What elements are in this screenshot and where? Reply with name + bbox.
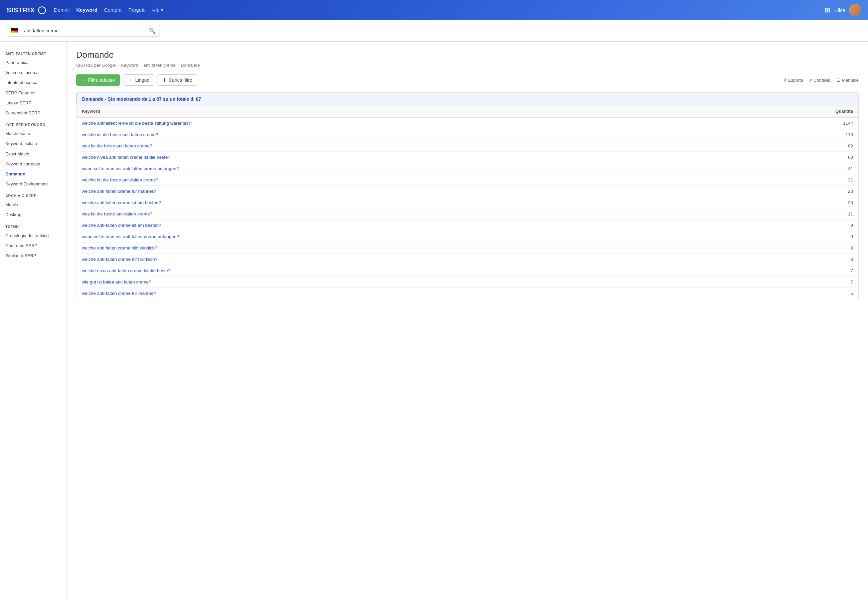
keyword-link[interactable]: welche anti-falten creme ist am besten? [82,223,161,228]
sidebar-item-exact-match[interactable]: Exact Match [0,149,66,159]
sidebar-section-archivio: ARCHIVIO SERP [0,189,66,200]
keyword-link[interactable]: welche nivea anti-falten creme ist die b… [82,268,171,273]
nav-domini[interactable]: Domini [54,7,70,13]
keyword-cell: welche anti-falten creme für männer? [77,288,710,299]
sidebar-section-trend: TREND [0,220,66,231]
nav-progetti[interactable]: Progetti [128,7,146,13]
keyword-link[interactable]: welche anti falten creme hilft wirklich? [82,245,157,250]
quantity-cell: 11 [710,208,858,220]
nav-content[interactable]: Content [104,7,122,13]
sidebar-item-serp-features[interactable]: SERP Features [0,88,66,98]
sidebar-item-cronologia[interactable]: Cronologia dei ranking [0,231,66,241]
sidebar-item-keyword-inclusa[interactable]: Keyword inclusa [0,139,66,149]
keyword-link[interactable]: was ist die beste anti-falten creme? [82,211,152,217]
country-flag[interactable]: 🇩🇪 [8,27,21,35]
keyword-cell: welche anti falten creme ist am besten? [77,197,710,208]
filter-button[interactable]: ＋ Filtra adesso [76,74,120,86]
logo[interactable]: SISTRIX ◯ [7,6,46,14]
quantity-cell: 9 [710,220,858,231]
table-row: wann sollte man mit anti falten creme an… [77,163,858,175]
keyword-cell: welche ist die beste anti-falten creme? [77,175,710,186]
sidebar-item-keyword-environment[interactable]: Keyword Environment [0,179,66,189]
header-left: SISTRIX ◯ Domini Keyword Content Progett… [7,6,164,14]
page-title: Domande [76,50,859,60]
upload-icon: ⬆ [163,77,167,83]
table-row: welche anti-falten creme für männer? 5 [77,288,858,299]
share-label: Condividi [814,78,831,83]
share-icon: ↗ [809,78,812,83]
keyword-link[interactable]: was ist die beste anti falten creme? [82,143,152,148]
keyword-cell: welche antifaltencreme ist die beste sti… [77,117,710,129]
keyword-link[interactable]: wann sollte man mit anti falten creme an… [82,166,179,171]
keyword-link[interactable]: welche anti-falten creme hilft wirklich? [82,257,158,262]
nav-piu-label: Più [152,8,160,13]
keyword-link[interactable]: welche anti falten creme für männer? [82,189,156,194]
nav-keyword[interactable]: Keyword [76,7,97,13]
quantity-cell: 23 [710,186,858,197]
export-icon: ⬇ [783,78,787,83]
sidebar-section-idee: IDEE PER KEYWORD [0,118,66,129]
chevron-down-icon: ▾ [161,7,164,13]
quantity-cell: 7 [710,265,858,277]
filter-button-label: Filtra adesso [88,77,115,83]
search-input[interactable] [21,26,145,36]
breadcrumb-keyword[interactable]: Keyword [121,63,138,68]
col-quantity: Quantità [710,105,858,117]
keyword-cell: wann sollte man mit anti falten creme an… [77,163,710,175]
quantity-cell: 5 [710,288,858,299]
keyword-cell: welche nivea anti-falten creme ist die b… [77,265,710,277]
keyword-link[interactable]: welche nivea anti falten creme ist die b… [82,155,170,160]
sidebar-item-similarita[interactable]: Similarità SERP [0,251,66,261]
sidebar-item-intento[interactable]: Intento di ricerca [0,78,66,88]
table-row: welche ist die beste anti falten creme? … [77,129,858,140]
load-filter-button[interactable]: ⬆ Carica filtro [158,74,197,86]
sidebar-item-keyword-correlate[interactable]: Keyword correlate [0,159,66,169]
table-row: welche nivea anti-falten creme ist die b… [77,265,858,277]
sidebar-item-match-esatto[interactable]: Match esatto [0,129,66,139]
manual-label: Manuale [842,78,859,83]
breadcrumb-sistrix[interactable]: SISTRIX per Google [76,63,116,68]
keyword-link[interactable]: welche anti-falten creme für männer? [82,291,156,296]
quantity-cell: 20 [710,197,858,208]
search-button[interactable]: 🔍 [145,28,160,34]
keyword-cell: welche nivea anti falten creme ist die b… [77,152,710,163]
manual-icon: ☰ [836,78,841,83]
avatar[interactable] [849,4,861,16]
keyword-link[interactable]: wie gut ist balea anti falten creme? [82,280,151,284]
keyword-link[interactable]: welche antifaltencreme ist die beste sti… [82,121,192,126]
sidebar-item-domande[interactable]: Domande [0,169,66,179]
breadcrumb-current: Domande [181,63,200,68]
nav-piu[interactable]: Più ▾ [152,7,164,13]
keyword-link[interactable]: welche ist die beste anti-falten creme? [82,178,159,182]
manual-link[interactable]: ☰ Manuale [836,78,859,83]
sidebar-item-layout-serp[interactable]: Layout SERP [0,98,66,108]
avatar-image [849,4,861,16]
grid-icon[interactable]: ⊞ [824,6,830,14]
main-layout: ANTI FALTEN CREME Panoramica Volume di r… [0,42,868,599]
sidebar-item-mobile[interactable]: Mobile [0,200,66,210]
sidebar-item-panoramica[interactable]: Panoramica [0,58,66,68]
keyword-cell: welche anti-falten creme ist am besten? [77,220,710,231]
sidebar: ANTI FALTEN CREME Panoramica Volume di r… [0,42,67,599]
share-link[interactable]: ↗ Condividi [809,78,831,83]
sidebar-item-confronto[interactable]: Confronto SERP [0,241,66,251]
sidebar-item-desktop[interactable]: Desktop [0,210,66,220]
plus-icon-lang: ＋ [128,77,133,83]
table-row: wann sollte man mit anti-falten creme an… [77,231,858,242]
language-button[interactable]: ＋ Lingue [124,74,154,86]
keyword-link[interactable]: welche anti falten creme ist am besten? [82,200,161,205]
sidebar-item-screenshot-serp[interactable]: Screenshot SERP [0,108,66,118]
breadcrumb-query[interactable]: anti falten creme [143,63,176,68]
table-row: welche nivea anti falten creme ist die b… [77,152,858,163]
table-body: welche antifaltencreme ist die beste sti… [77,117,858,299]
keyword-link[interactable]: welche ist die beste anti falten creme? [82,132,158,137]
sidebar-item-volume[interactable]: Volume di ricerca [0,68,66,78]
export-link[interactable]: ⬇ Esporta [783,78,803,83]
data-table: Keyword Quantità welche antifaltencreme … [77,105,858,299]
quantity-cell: 1144 [710,117,858,129]
keyword-link[interactable]: wann sollte man mit anti-falten creme an… [82,234,179,239]
content: Domande SISTRIX per Google › Keyword › a… [67,42,868,599]
table-row: welche antifaltencreme ist die beste sti… [77,117,858,129]
keyword-cell: was ist die beste anti-falten creme? [77,208,710,220]
header-right: ⊞ Elisa [824,4,861,16]
